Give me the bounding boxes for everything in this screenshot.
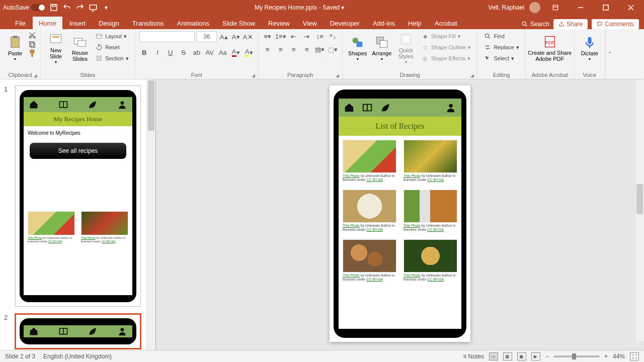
shapes-button[interactable]: Shapes▾ [347,31,369,65]
font-size-select[interactable] [197,31,217,42]
tab-design[interactable]: Design [93,17,125,29]
tell-me-search[interactable]: Search [521,21,549,28]
zoom-out-icon[interactable]: − [545,353,549,360]
case-icon[interactable]: Aa [218,47,228,57]
clear-format-icon[interactable]: A✕ [243,32,253,42]
user-avatar[interactable] [529,2,540,13]
numbering-icon[interactable]: 1≡▾ [276,31,286,41]
tab-slideshow[interactable]: Slide Show [216,17,261,29]
collapse-ribbon-icon[interactable]: ⌃ [605,29,614,79]
welcome-text: Welcome to MyRecipes [28,130,128,136]
text-direction-icon[interactable]: ᴬ↓ [328,31,338,41]
sorter-view-icon[interactable]: ▦ [503,352,512,360]
tab-review[interactable]: Review [262,17,296,29]
user-name[interactable]: Velt, Raphael [489,4,524,11]
tab-transitions[interactable]: Transitions [126,17,170,29]
highlight-icon[interactable]: A▾ [244,47,254,57]
smartart-icon[interactable]: ⬚▾ [328,44,338,54]
new-slide-button[interactable]: New Slide▾ [45,31,67,65]
tab-acrobat[interactable]: Acrobat [429,17,463,29]
spacing-icon[interactable]: AV [205,47,215,57]
shadow-icon[interactable]: ab [192,47,202,57]
thumbnail-slide-1[interactable]: My Recipes Home Welcome to MyRecipes See… [15,85,141,307]
shape-effects-button[interactable]: ◎Shape Effects ▾ [419,53,473,63]
undo-icon[interactable] [62,3,71,12]
ribbon-options-icon[interactable] [545,0,566,15]
minimize-icon[interactable] [571,0,591,15]
align-left-icon[interactable]: ≡ [263,44,273,54]
font-color-icon[interactable]: A▾ [231,47,241,57]
find-button[interactable]: Find [481,31,521,41]
shape-outline-button[interactable]: ◇Shape Outline ▾ [419,42,473,52]
font-family-select[interactable] [139,31,195,42]
align-right-icon[interactable]: ≡ [289,44,299,54]
language-indicator[interactable]: English (United Kingdom) [43,353,112,360]
fit-window-icon[interactable]: ⛶ [630,352,639,360]
reset-button[interactable]: Reset [93,42,131,52]
thumbnail-slide-2[interactable] [15,314,141,349]
select-button[interactable]: Select ▾ [481,53,521,63]
copy-icon[interactable] [28,40,36,48]
layout-button[interactable]: Layout ▾ [93,31,131,41]
autosave-toggle[interactable]: AutoSave [3,4,45,11]
tab-animations[interactable]: Animations [171,17,215,29]
slideshow-view-icon[interactable]: ▶ [531,352,540,360]
save-icon[interactable] [49,3,58,12]
notes-button[interactable]: ≡ Notes [463,353,484,360]
share-button[interactable]: Share [553,19,588,29]
tab-developer[interactable]: Developer [324,17,366,29]
current-slide[interactable]: List of Recipes This Photo by Unknown Au… [330,85,470,342]
paste-button[interactable]: Paste▾ [4,31,26,65]
tab-home[interactable]: Home [33,17,62,29]
bullets-icon[interactable]: ≡▾ [263,31,273,41]
italic-icon[interactable]: I [152,47,163,57]
justify-icon[interactable]: ≡ [302,44,312,54]
format-painter-icon[interactable] [28,49,36,57]
tab-addins[interactable]: Add-ins [367,17,401,29]
shrink-font-icon[interactable]: A▾ [231,32,241,42]
launcher-icon[interactable]: ◢ [470,73,474,78]
zoom-in-icon[interactable]: + [604,353,608,360]
tab-help[interactable]: Help [402,17,428,29]
slide-indicator[interactable]: Slide 2 of 3 [5,353,35,360]
outdent-icon[interactable]: ⇤ [289,31,299,41]
indent-icon[interactable]: ⇥ [302,31,312,41]
start-icon[interactable] [89,3,98,12]
dictate-button[interactable]: Dictate▾ [579,31,601,65]
columns-icon[interactable]: ▤▾ [315,44,325,54]
section-button[interactable]: Section ▾ [93,53,131,63]
create-pdf-button[interactable]: PDF Create and Share Adobe PDF [530,31,570,65]
bold-icon[interactable]: B [139,47,149,57]
zoom-slider[interactable] [554,355,599,357]
shape-fill-button[interactable]: ◆Shape Fill ▾ [419,31,473,41]
title-bar: AutoSave ▾ My Recipes Home.pptx - Saved … [0,0,644,15]
redo-icon[interactable] [75,3,85,12]
tab-insert[interactable]: Insert [63,17,92,29]
launcher-icon[interactable]: ◢ [34,73,37,78]
cut-icon[interactable] [28,31,36,39]
launcher-icon[interactable]: ◢ [252,73,255,78]
zoom-level[interactable]: 44% [613,353,625,360]
tab-view[interactable]: View [297,17,323,29]
quick-styles-button[interactable]: Quick Styles▾ [395,31,417,65]
comments-button[interactable]: Comments [592,19,639,29]
normal-view-icon[interactable]: ▭ [489,352,498,360]
reuse-slides-button[interactable]: Reuse Slides [69,31,91,65]
grow-font-icon[interactable]: A▴ [219,32,229,42]
qat-more-icon[interactable]: ▾ [102,3,111,12]
reading-view-icon[interactable]: ▣ [517,352,526,360]
line-spacing-icon[interactable]: ↕≡ [315,31,325,41]
arrange-button[interactable]: Arrange▾ [371,31,393,65]
replace-button[interactable]: Replace ▾ [481,42,521,52]
launcher-icon[interactable]: ◢ [336,73,339,78]
slide-canvas[interactable]: List of Recipes This Photo by Unknown Au… [156,79,644,350]
canvas-scrollbar[interactable] [635,79,644,341]
align-center-icon[interactable]: ≡ [276,44,286,54]
strike-icon[interactable]: S [179,47,189,57]
thumbnail-panel[interactable]: 1 My Recipes Home Welcome to MyRecipes [0,79,156,350]
maximize-icon[interactable] [596,0,616,15]
tab-file[interactable]: File [9,17,32,29]
thumbs-scrollbar[interactable] [146,79,155,350]
close-icon[interactable] [621,0,641,15]
underline-icon[interactable]: U [166,47,176,57]
